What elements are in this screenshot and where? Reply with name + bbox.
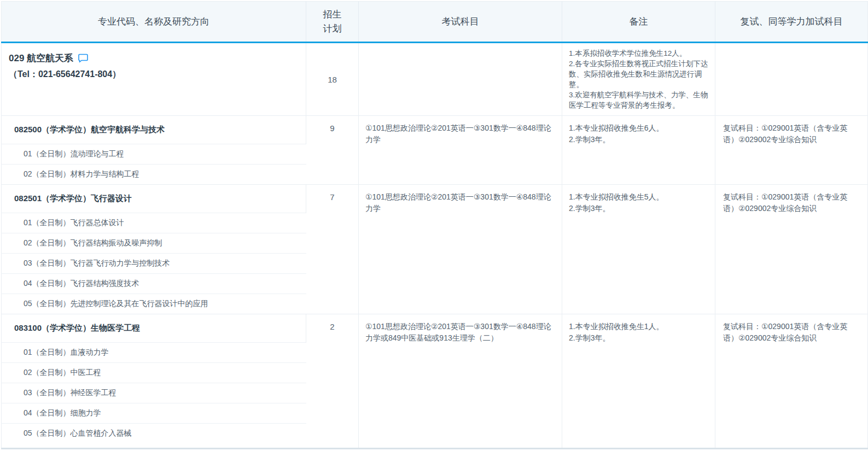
remark-cell: 1.本专业拟招收推免生5人。 2.学制3年。 [562,185,715,314]
department-tel: （Tel：021-65642741-804） [9,66,299,83]
direction-label: 02（全日制）材料力学与结构工程 [2,165,306,185]
direction-label: 03（全日制）飞行器飞行动力学与控制技术 [2,254,306,274]
remark-cell: 1.本专业拟招收推免生1人。 2.学制3年。 [562,314,715,449]
direction-label: 04（全日制）细胞力学 [2,403,306,424]
remark-line: 2.学制3年。 [569,203,708,214]
retest-cell: 复试科目：①029001英语（含专业英语）②029002专业综合知识 [715,185,868,314]
admissions-table: 专业代码、名称及研究方向 招生计划 考试科目 备注 复试、同等学力加试科目 02… [1,1,868,449]
remark-line: 1.本系拟招收学术学位推免生12人。 [569,48,708,58]
direction-label: 05（全日制）心血管植介入器械 [2,424,306,449]
remark-line: 2.各专业实际招生数将视正式招生计划下达数、实际招收推免生数和生源情况进行调整。 [569,58,708,90]
department-title: 029 航空航天系 [9,50,73,66]
major-title: 083100（学术学位）生物医学工程 [2,314,306,343]
header-remark-column: 备注 [562,2,715,43]
department-plan-cell: 18 [306,43,359,116]
department-info-cell: 029 航空航天系 （Tel：021-65642741-804） [2,43,306,116]
department-retest-cell [715,43,868,116]
admissions-page: 专业代码、名称及研究方向 招生计划 考试科目 备注 复试、同等学力加试科目 02… [0,0,868,449]
major-row-082500: 082500（学术学位）航空宇航科学与技术 9 ①101思想政治理论②201英语… [2,116,868,144]
remark-line: 1.本专业拟招收推免生6人。 [569,122,708,134]
major-row-083100: 083100（学术学位）生物医学工程 2 ①101思想政治理论②201英语一③3… [2,314,868,343]
department-exam-cell [359,43,562,116]
direction-label: 03（全日制）神经医学工程 [2,383,306,403]
header-exam-column: 考试科目 [359,2,562,43]
comment-bubble-icon[interactable] [78,54,88,63]
direction-label: 01（全日制）飞行器总体设计 [2,213,306,233]
exam-cell: ①101思想政治理论②201英语一③301数学一④848理论力学 [359,185,562,314]
header-major-column: 专业代码、名称及研究方向 [2,2,306,43]
department-row: 029 航空航天系 （Tel：021-65642741-804） 18 1.本系… [2,43,868,116]
remark-line: 1.本专业拟招收推免生1人。 [569,321,708,332]
plan-cell: 9 [306,116,359,185]
remark-line: 2.学制3年。 [569,134,708,145]
major-title: 082500（学术学位）航空宇航科学与技术 [2,116,306,144]
retest-cell: 复试科目：①029001英语（含专业英语）②029002专业综合知识 [715,116,868,185]
direction-label: 04（全日制）飞行器结构强度技术 [2,274,306,294]
direction-label: 01（全日制）血液动力学 [2,343,306,363]
direction-label: 01（全日制）流动理论与工程 [2,144,306,165]
direction-label: 02（全日制）中医工程 [2,363,306,383]
direction-label: 05（全日制）先进控制理论及其在飞行器设计中的应用 [2,294,306,314]
department-remark-cell: 1.本系拟招收学术学位推免生12人。 2.各专业实际招生数将视正式招生计划下达数… [562,43,715,116]
header-retest-column: 复试、同等学力加试科目 [715,2,868,43]
remark-cell: 1.本专业拟招收推免生6人。 2.学制3年。 [562,116,715,185]
table-header-row: 专业代码、名称及研究方向 招生计划 考试科目 备注 复试、同等学力加试科目 [2,2,868,43]
major-title: 082501（学术学位）飞行器设计 [2,185,306,213]
direction-label: 02（全日制）飞行器结构振动及噪声抑制 [2,233,306,254]
exam-cell: ①101思想政治理论②201英语一③301数学一④848理论力学或849中医基础… [359,314,562,449]
remark-line: 2.学制3年。 [569,332,708,344]
plan-cell: 2 [306,314,359,449]
retest-cell: 复试科目：①029001英语（含专业英语）②029002专业综合知识 [715,314,868,449]
exam-cell: ①101思想政治理论②201英语一③301数学一④848理论力学 [359,116,562,185]
major-row-082501: 082501（学术学位）飞行器设计 7 ①101思想政治理论②201英语一③30… [2,185,868,213]
remark-line: 3.欢迎有航空宇航科学与技术、力学、生物医学工程等专业背景的考生报考。 [569,90,708,110]
plan-cell: 7 [306,185,359,314]
header-plan-column: 招生计划 [306,2,359,43]
remark-line: 1.本专业拟招收推免生5人。 [569,191,708,203]
